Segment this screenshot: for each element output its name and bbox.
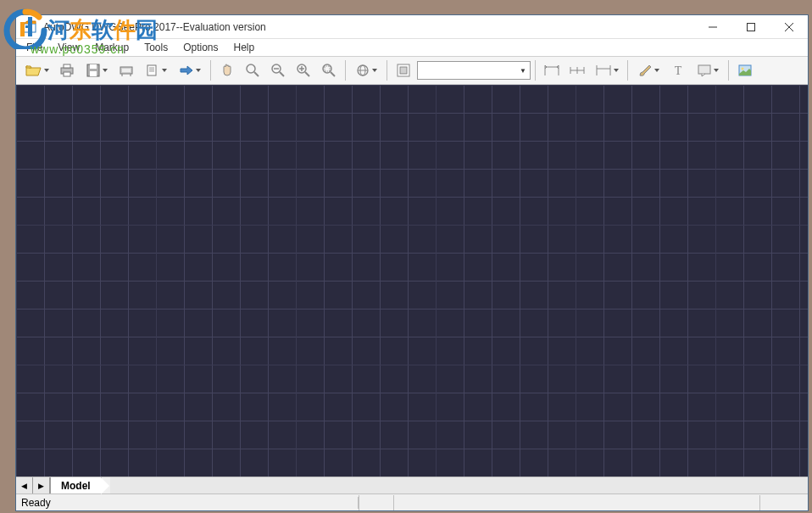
svg-rect-18 bbox=[147, 65, 156, 75]
status-ready: Ready bbox=[21, 497, 359, 509]
text-icon: T bbox=[670, 63, 686, 78]
svg-rect-5 bbox=[747, 23, 754, 31]
zoom-in-button[interactable] bbox=[292, 59, 315, 82]
svg-line-23 bbox=[254, 72, 259, 76]
toolbar-separator bbox=[728, 60, 729, 81]
layer-combo[interactable] bbox=[417, 61, 531, 80]
svg-rect-38 bbox=[400, 67, 407, 74]
tab-strip: ◀ ▶ Model bbox=[16, 477, 808, 493]
menu-view[interactable]: View bbox=[51, 40, 86, 55]
dropdown-icon bbox=[654, 69, 659, 72]
dim-aligned-button[interactable] bbox=[540, 59, 564, 82]
zoom-out-button[interactable] bbox=[266, 59, 290, 82]
pan-button[interactable] bbox=[215, 59, 239, 82]
plotter-icon bbox=[119, 63, 134, 78]
dropdown-icon bbox=[103, 69, 108, 72]
svg-line-33 bbox=[331, 72, 335, 76]
status-divider bbox=[359, 495, 359, 510]
save-button[interactable] bbox=[81, 59, 113, 82]
zoom-in-icon bbox=[296, 63, 311, 78]
arrow-right-icon bbox=[179, 65, 194, 75]
toolbar-separator bbox=[535, 60, 536, 81]
svg-rect-10 bbox=[64, 72, 70, 76]
brush-button[interactable] bbox=[632, 59, 665, 82]
menu-file[interactable]: File bbox=[19, 40, 49, 55]
svg-text:T: T bbox=[675, 64, 682, 77]
toolbar-separator bbox=[627, 60, 628, 81]
app-icon bbox=[21, 19, 38, 36]
dropdown-icon bbox=[44, 69, 49, 72]
zoom-window-button[interactable] bbox=[241, 59, 264, 82]
zoom-extents-button[interactable] bbox=[317, 59, 341, 82]
tab-model[interactable]: Model bbox=[51, 477, 102, 493]
plotter-button[interactable] bbox=[114, 59, 138, 82]
dropdown-icon bbox=[162, 69, 167, 72]
image-button[interactable] bbox=[733, 59, 757, 82]
svg-rect-13 bbox=[90, 71, 97, 76]
brush-icon bbox=[637, 63, 653, 78]
export-button[interactable] bbox=[140, 59, 172, 82]
menu-tools[interactable]: Tools bbox=[137, 40, 175, 55]
print-button[interactable] bbox=[55, 59, 79, 82]
maximize-button[interactable] bbox=[731, 15, 770, 39]
dim-more-button[interactable] bbox=[591, 59, 623, 82]
svg-line-26 bbox=[280, 72, 284, 76]
magnifier-icon bbox=[245, 63, 260, 78]
statusbar: Ready bbox=[16, 493, 808, 510]
image-icon bbox=[737, 63, 753, 78]
note-button[interactable] bbox=[692, 59, 724, 82]
menu-markup[interactable]: Markup bbox=[88, 40, 136, 55]
titlebar[interactable]: AutoDWG DWGSeePro 2017--Evaluation versi… bbox=[16, 15, 808, 39]
menu-options[interactable]: Options bbox=[176, 40, 225, 55]
globe-icon bbox=[355, 63, 370, 78]
dim-linear-button[interactable] bbox=[565, 59, 589, 82]
text-button[interactable]: T bbox=[666, 59, 690, 82]
status-divider bbox=[759, 495, 760, 510]
hand-icon bbox=[220, 63, 235, 78]
view-button[interactable] bbox=[350, 59, 382, 82]
dropdown-icon bbox=[614, 69, 619, 72]
app-window: AutoDWG DWGSeePro 2017--Evaluation versi… bbox=[15, 14, 809, 511]
dropdown-icon bbox=[196, 69, 201, 72]
toolbar-separator bbox=[210, 60, 211, 81]
dim-linear-icon bbox=[569, 64, 586, 77]
dropdown-icon bbox=[714, 69, 719, 72]
svg-rect-32 bbox=[325, 66, 330, 71]
save-icon bbox=[86, 63, 101, 78]
status-divider bbox=[393, 495, 394, 510]
tab-prev-button[interactable]: ◀ bbox=[16, 477, 33, 493]
close-button[interactable] bbox=[770, 15, 808, 39]
canvas-grid bbox=[16, 85, 808, 477]
drawing-canvas[interactable] bbox=[16, 85, 808, 477]
toolbar: T bbox=[16, 56, 808, 85]
dim-angular-icon bbox=[595, 64, 612, 77]
tab-spacer bbox=[110, 477, 808, 493]
dim-aligned-icon bbox=[543, 64, 560, 77]
svg-rect-50 bbox=[698, 65, 710, 74]
svg-rect-3 bbox=[25, 25, 29, 28]
tab-next-button[interactable]: ▶ bbox=[33, 477, 50, 493]
window-title: AutoDWG DWGSeePro 2017--Evaluation versi… bbox=[43, 21, 693, 33]
toolbar-separator bbox=[387, 60, 387, 81]
svg-rect-9 bbox=[64, 64, 70, 68]
maximize-icon bbox=[747, 23, 755, 31]
export-icon bbox=[145, 63, 160, 78]
minimize-button[interactable] bbox=[693, 15, 731, 39]
layout-button[interactable] bbox=[392, 59, 415, 82]
dropdown-icon bbox=[372, 69, 377, 72]
zoom-extents-icon bbox=[321, 63, 336, 78]
folder-open-icon bbox=[25, 64, 42, 77]
layout-icon bbox=[396, 63, 411, 78]
svg-line-30 bbox=[305, 72, 309, 76]
toolbar-separator bbox=[345, 60, 346, 81]
svg-rect-12 bbox=[90, 64, 97, 69]
zoom-out-icon bbox=[270, 63, 286, 78]
menu-help[interactable]: Help bbox=[227, 40, 262, 55]
printer-icon bbox=[59, 63, 75, 78]
close-icon bbox=[785, 23, 793, 31]
forward-button[interactable] bbox=[174, 59, 206, 82]
svg-point-22 bbox=[247, 64, 255, 73]
svg-rect-15 bbox=[122, 69, 131, 72]
open-button[interactable] bbox=[21, 59, 53, 82]
menubar: File View Markup Tools Options Help bbox=[16, 39, 808, 56]
